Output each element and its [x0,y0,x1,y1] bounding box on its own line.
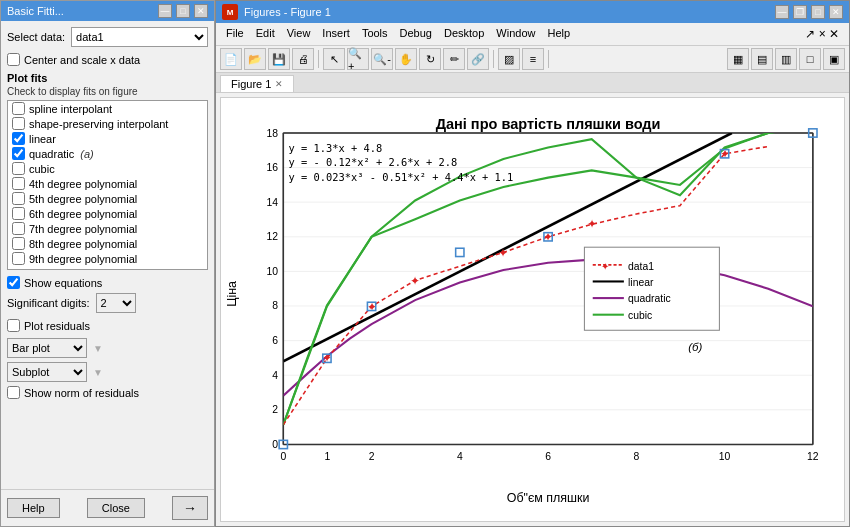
tool-grid3[interactable]: ▥ [775,48,797,70]
left-maximize-btn[interactable]: □ [176,4,190,18]
show-norm-label: Show norm of residuals [24,387,139,399]
tool-rotate[interactable]: ↻ [419,48,441,70]
fit-7th-label: 7th degree polynomial [29,223,137,235]
subplot-select[interactable]: SubplotSeparate figure [7,362,87,382]
tool-grid4[interactable]: □ [799,48,821,70]
show-equations-label: Show equations [24,277,102,289]
tool-arrow[interactable]: ↖ [323,48,345,70]
tool-colorbar[interactable]: ▨ [498,48,520,70]
tool-print[interactable]: 🖨 [292,48,314,70]
plot-residuals-checkbox[interactable] [7,319,20,332]
tool-grid5[interactable]: ▣ [823,48,845,70]
fit-4th-checkbox[interactable] [12,177,25,190]
left-minimize-btn[interactable]: — [158,4,172,18]
fit-9th-checkbox[interactable] [12,252,25,265]
subplot-row: SubplotSeparate figure ▼ [7,362,208,382]
y-axis-ticks: 0 2 4 6 8 10 12 14 16 18 [267,128,279,449]
tool-new[interactable]: 📄 [220,48,242,70]
menu-tools[interactable]: Tools [356,25,394,43]
tab-figure1[interactable]: Figure 1 ✕ [220,75,294,92]
tool-brush[interactable]: ✏ [443,48,465,70]
fit-spline: spline interpolant [8,101,207,116]
select-data-label: Select data: [7,31,65,43]
fits-list[interactable]: spline interpolant shape-preserving inte… [7,100,208,270]
fit-6th-checkbox[interactable] [12,207,25,220]
chart-svg: Дані про вартість пляшки води Ціна Об"єм… [221,98,844,521]
fit-cubic-checkbox[interactable] [12,162,25,175]
check-display-label: Check to display fits on figure [7,86,208,97]
tab-figure1-close[interactable]: ✕ [275,79,283,89]
show-equations-row: Show equations [7,276,208,289]
show-norm-checkbox[interactable] [7,386,20,399]
menu-help[interactable]: Help [541,25,576,43]
menu-window[interactable]: Window [490,25,541,43]
svg-text:✦: ✦ [498,246,508,260]
arrow-button[interactable]: → [172,496,208,520]
right-close-btn[interactable]: ✕ [829,5,843,19]
right-maximize-btn[interactable]: □ [811,5,825,19]
menu-edit[interactable]: Edit [250,25,281,43]
center-scale-label: Center and scale x data [24,54,140,66]
help-button[interactable]: Help [7,498,60,518]
left-title-controls: — □ ✕ [158,4,208,18]
select-data-dropdown[interactable]: data1 [71,27,208,47]
significant-digits-select[interactable]: 2345 [96,293,136,313]
center-scale-row: Center and scale x data [7,53,208,66]
fit-5th-label: 5th degree polynomial [29,193,137,205]
menu-debug[interactable]: Debug [394,25,438,43]
fit-7th-checkbox[interactable] [12,222,25,235]
fit-quadratic-checkbox[interactable] [12,147,25,160]
right-restore-btn[interactable]: ❐ [793,5,807,19]
svg-text:12: 12 [267,231,279,242]
svg-text:6: 6 [272,335,278,346]
svg-text:18: 18 [267,128,279,139]
y-axis-label: Ціна [225,281,239,307]
legend-cubic-label: cubic [628,310,652,321]
menu-insert[interactable]: Insert [316,25,356,43]
show-norm-row: Show norm of residuals [7,386,208,399]
menu-view[interactable]: View [281,25,317,43]
tool-grid1[interactable]: ▦ [727,48,749,70]
fit-shape-label: shape-preserving interpolant [29,118,168,130]
fit-linear-checkbox[interactable] [12,132,25,145]
show-equations-checkbox[interactable] [7,276,20,289]
svg-text:12: 12 [807,451,819,462]
center-scale-checkbox[interactable] [7,53,20,66]
tool-zoom-out[interactable]: 🔍- [371,48,393,70]
fit-linear: linear [8,131,207,146]
label-a: (a) [80,148,93,160]
fit-spline-checkbox[interactable] [12,102,25,115]
legend-linear-label: linear [628,277,654,288]
left-close-btn[interactable]: ✕ [194,4,208,18]
fit-quadratic: quadratic (a) [8,146,207,161]
fit-8th-checkbox[interactable] [12,237,25,250]
fit-9th: 9th degree polynomial [8,251,207,266]
tool-pan[interactable]: ✋ [395,48,417,70]
right-minimize-btn[interactable]: — [775,5,789,19]
menu-desktop[interactable]: Desktop [438,25,490,43]
tool-legend[interactable]: ≡ [522,48,544,70]
close-button[interactable]: Close [87,498,145,518]
tool-grid2[interactable]: ▤ [751,48,773,70]
fit-5th-checkbox[interactable] [12,192,25,205]
tool-zoom-in[interactable]: 🔍+ [347,48,369,70]
tool-link[interactable]: 🔗 [467,48,489,70]
svg-text:6: 6 [545,451,551,462]
menu-file[interactable]: File [220,25,250,43]
svg-text:2: 2 [369,451,375,462]
left-title: Basic Fitti... [7,5,64,17]
fit-4th-label: 4th degree polynomial [29,178,137,190]
fit-linear-label: linear [29,133,56,145]
bar-plot-select[interactable]: Bar plotLine plotStem plot [7,338,87,358]
tool-open[interactable]: 📂 [244,48,266,70]
svg-text:10: 10 [267,266,279,277]
tool-save[interactable]: 💾 [268,48,290,70]
svg-text:0: 0 [272,439,278,450]
significant-digits-row: Significant digits: 2345 [7,293,208,313]
svg-text:2: 2 [272,404,278,415]
plot-residuals-row: Plot residuals [7,319,208,332]
chart-area[interactable]: Дані про вартість пляшки води Ціна Об"єм… [220,97,845,522]
toolbar-right: ▦ ▤ ▥ □ ▣ [727,48,845,70]
right-title-left: M Figures - Figure 1 [222,4,331,20]
fit-shape-checkbox[interactable] [12,117,25,130]
